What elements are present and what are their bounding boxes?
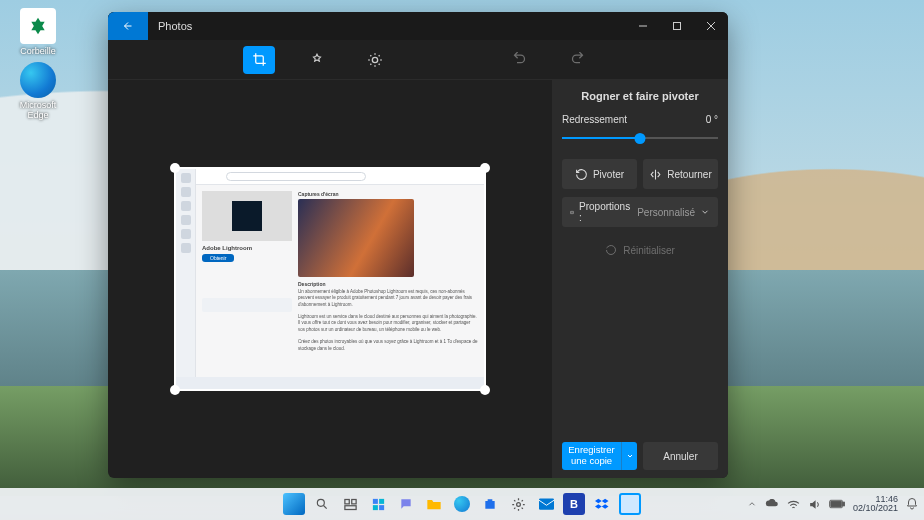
onedrive-icon[interactable] bbox=[765, 499, 779, 509]
notifications-icon[interactable] bbox=[906, 497, 918, 511]
edge-taskbar-button[interactable] bbox=[451, 493, 473, 515]
store-screenshots-heading: Captures d'écran bbox=[298, 191, 478, 197]
edit-toolbar bbox=[108, 40, 728, 80]
system-tray[interactable]: 11:46 02/10/2021 bbox=[747, 495, 918, 514]
save-copy-button[interactable]: Enregistrer une copie bbox=[562, 442, 621, 470]
rotate-button[interactable]: Pivoter bbox=[562, 159, 637, 189]
undo-button[interactable] bbox=[503, 46, 535, 74]
taskbar[interactable]: B 11:46 02/10/2021 bbox=[0, 488, 924, 520]
volume-icon[interactable] bbox=[808, 498, 821, 511]
desktop-icon-label: Microsoft Edge bbox=[20, 100, 57, 120]
svg-rect-15 bbox=[831, 502, 841, 507]
edge-icon bbox=[20, 62, 56, 98]
straighten-value: 0 ° bbox=[706, 114, 718, 125]
rotate-icon bbox=[575, 168, 588, 181]
back-button[interactable] bbox=[108, 12, 148, 40]
close-button[interactable] bbox=[694, 12, 728, 40]
aspect-icon bbox=[570, 206, 574, 219]
image-canvas[interactable]: Adobe Lightroom Obtenir Captures d'écran… bbox=[108, 80, 552, 478]
taskbar-pinned: B bbox=[283, 493, 641, 515]
crop-handle-top-left[interactable] bbox=[170, 163, 180, 173]
svg-point-1 bbox=[372, 57, 377, 62]
desktop-icon-label: Corbeille bbox=[20, 46, 56, 56]
reset-icon bbox=[605, 244, 617, 256]
chevron-down-icon bbox=[700, 207, 710, 217]
clock[interactable]: 11:46 02/10/2021 bbox=[853, 495, 898, 514]
svg-point-11 bbox=[516, 502, 520, 506]
widgets-button[interactable] bbox=[367, 493, 389, 515]
titlebar[interactable]: Photos bbox=[108, 12, 728, 40]
filters-tool[interactable] bbox=[301, 46, 333, 74]
edit-sidepanel: Rogner et faire pivoter Redressement 0 °… bbox=[552, 80, 728, 478]
redo-button[interactable] bbox=[561, 46, 593, 74]
settings-button[interactable] bbox=[507, 493, 529, 515]
desktop-icon-edge[interactable]: Microsoft Edge bbox=[10, 62, 66, 120]
svg-rect-4 bbox=[344, 499, 348, 503]
cropped-image: Adobe Lightroom Obtenir Captures d'écran… bbox=[176, 169, 484, 389]
straighten-slider[interactable] bbox=[562, 131, 718, 145]
store-button[interactable] bbox=[479, 493, 501, 515]
window-title: Photos bbox=[148, 20, 626, 32]
svg-point-3 bbox=[317, 499, 324, 506]
store-get-button: Obtenir bbox=[202, 254, 234, 262]
cancel-button[interactable]: Annuler bbox=[643, 442, 718, 470]
flip-label: Retourner bbox=[667, 169, 711, 180]
flip-icon bbox=[649, 168, 662, 181]
mail-button[interactable] bbox=[535, 493, 557, 515]
photos-taskbar-button[interactable] bbox=[619, 493, 641, 515]
app-b-button[interactable]: B bbox=[563, 493, 585, 515]
dropbox-button[interactable] bbox=[591, 493, 613, 515]
svg-rect-6 bbox=[344, 505, 355, 509]
aspect-value: Personnalisé bbox=[637, 207, 695, 218]
chat-button[interactable] bbox=[395, 493, 417, 515]
rotate-label: Pivoter bbox=[593, 169, 624, 180]
reset-button[interactable]: Réinitialiser bbox=[562, 235, 718, 265]
battery-icon[interactable] bbox=[829, 499, 845, 509]
reset-label: Réinitialiser bbox=[623, 245, 675, 256]
aspect-ratio-dropdown[interactable]: Proportions : Personnalisé bbox=[562, 197, 718, 227]
store-description-heading: Description bbox=[298, 281, 478, 287]
save-dropdown-button[interactable] bbox=[621, 442, 637, 470]
photos-window: Photos bbox=[108, 12, 728, 478]
svg-rect-14 bbox=[843, 502, 844, 506]
svg-rect-7 bbox=[372, 498, 377, 503]
svg-rect-5 bbox=[351, 499, 355, 503]
svg-rect-9 bbox=[372, 505, 377, 510]
svg-rect-10 bbox=[379, 505, 384, 510]
svg-rect-8 bbox=[379, 498, 384, 503]
crop-handle-bottom-right[interactable] bbox=[480, 385, 490, 395]
wifi-icon[interactable] bbox=[787, 499, 800, 510]
minimize-button[interactable] bbox=[626, 12, 660, 40]
aspect-label: Proportions : bbox=[579, 201, 630, 223]
flip-button[interactable]: Retourner bbox=[643, 159, 718, 189]
save-split-button: Enregistrer une copie bbox=[562, 442, 637, 470]
tray-chevron-icon[interactable] bbox=[747, 499, 757, 509]
adjust-tool[interactable] bbox=[359, 46, 391, 74]
crop-region[interactable]: Adobe Lightroom Obtenir Captures d'écran… bbox=[174, 167, 486, 391]
svg-rect-12 bbox=[539, 498, 554, 509]
svg-rect-2 bbox=[571, 211, 574, 213]
search-button[interactable] bbox=[311, 493, 333, 515]
start-button[interactable] bbox=[283, 493, 305, 515]
crop-handle-bottom-left[interactable] bbox=[170, 385, 180, 395]
store-app-title: Adobe Lightroom bbox=[202, 245, 292, 251]
sidepanel-title: Rogner et faire pivoter bbox=[562, 90, 718, 102]
clock-date: 02/10/2021 bbox=[853, 504, 898, 513]
crop-tool[interactable] bbox=[243, 46, 275, 74]
recycle-bin-icon bbox=[20, 8, 56, 44]
explorer-button[interactable] bbox=[423, 493, 445, 515]
task-view-button[interactable] bbox=[339, 493, 361, 515]
crop-handle-top-right[interactable] bbox=[480, 163, 490, 173]
desktop-icon-recycle-bin[interactable]: Corbeille bbox=[10, 8, 66, 56]
svg-rect-0 bbox=[674, 23, 681, 30]
chevron-down-icon bbox=[626, 452, 634, 460]
straighten-label: Redressement bbox=[562, 114, 627, 125]
maximize-button[interactable] bbox=[660, 12, 694, 40]
